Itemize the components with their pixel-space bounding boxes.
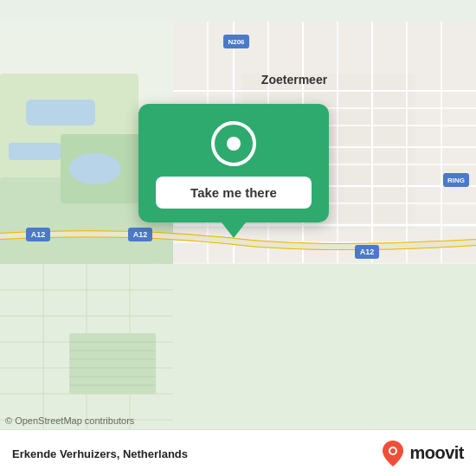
svg-text:A12: A12 — [31, 230, 46, 239]
svg-point-62 — [390, 448, 396, 453]
pin-icon — [211, 121, 256, 166]
svg-rect-7 — [26, 100, 95, 125]
location-name: Erkende Verhuizers, Netherlands — [12, 447, 188, 460]
svg-rect-8 — [9, 143, 61, 160]
map-background: A12 A12 A12 N470 N470 N206 RING Zoeterme… — [0, 0, 476, 476]
bottom-bar: Erkende Verhuizers, Netherlands moovit — [0, 429, 476, 476]
popup-tail — [222, 222, 246, 238]
map-attribution: © OpenStreetMap contributors — [5, 415, 134, 426]
map-container: A12 A12 A12 N470 N470 N206 RING Zoeterme… — [0, 0, 476, 476]
svg-text:A12: A12 — [133, 230, 148, 239]
svg-text:RING: RING — [447, 177, 465, 184]
svg-text:Zoetermeer: Zoetermeer — [261, 73, 328, 87]
moovit-pin-icon — [381, 439, 405, 468]
take-me-there-button[interactable]: Take me there — [156, 177, 312, 209]
svg-text:N206: N206 — [228, 38, 245, 46]
moovit-logo: moovit — [381, 439, 464, 468]
svg-text:A12: A12 — [360, 248, 375, 256]
location-info: Erkende Verhuizers, Netherlands — [12, 446, 188, 460]
location-popup: Take me there — [138, 104, 329, 222]
pin-inner — [227, 137, 241, 151]
svg-point-9 — [69, 153, 121, 184]
moovit-brand-text: moovit — [409, 443, 464, 463]
